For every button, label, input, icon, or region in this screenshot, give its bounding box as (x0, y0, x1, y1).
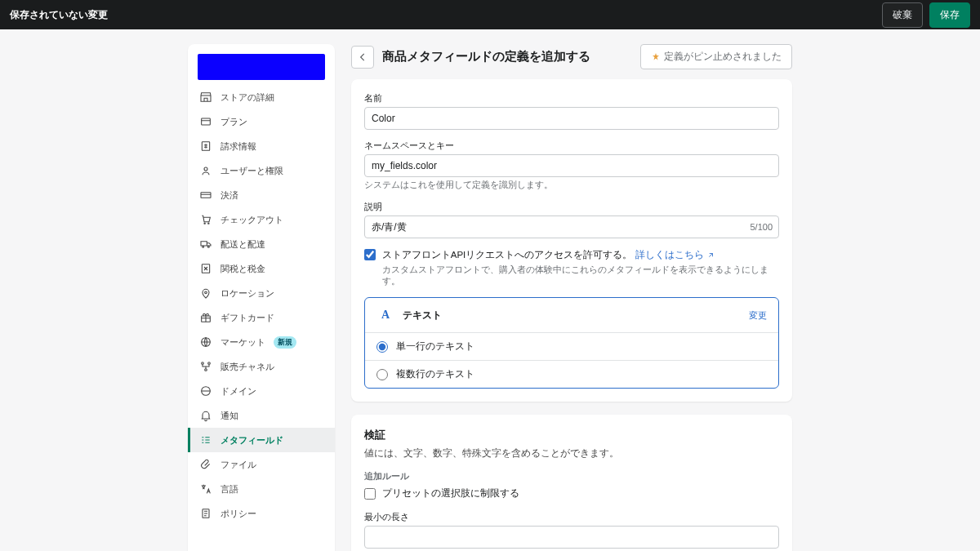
topbar-actions: 破棄 保存 (882, 2, 970, 28)
sidebar-item-notifications[interactable]: 通知 (188, 403, 335, 428)
svg-rect-3 (201, 193, 211, 198)
settings-sidebar: ストアの詳細 プラン 請求情報 ユーザーと権限 決済 チェックアウト 配送と配達 (188, 44, 335, 551)
pin-status-button[interactable]: 定義がピン止めされました (640, 44, 792, 69)
sidebar-item-billing[interactable]: 請求情報 (188, 134, 335, 158)
gift-icon (199, 311, 212, 324)
arrow-left-icon (357, 51, 368, 63)
content-type-box: A テキスト 変更 単一行のテキスト 複数行のテキスト (364, 297, 779, 389)
radio-multi-line[interactable]: 複数行のテキスト (365, 360, 778, 388)
sidebar-item-plan[interactable]: プラン (188, 109, 335, 134)
cart-icon (199, 213, 212, 226)
sidebar-item-label: 言語 (220, 483, 238, 495)
sidebar-item-label: 配送と配達 (220, 238, 265, 251)
definition-card: 名前 ネームスペースとキー システムはこれを使用して定義を識別します。 説明 5… (351, 79, 792, 402)
domain-icon (199, 384, 212, 398)
sidebar-item-locations[interactable]: ロケーション (188, 281, 335, 305)
namespace-input[interactable] (364, 154, 779, 177)
svg-point-14 (205, 369, 207, 371)
change-type-button[interactable]: 変更 (749, 309, 767, 322)
svg-point-5 (208, 223, 209, 224)
sidebar-item-label: 決済 (220, 189, 238, 202)
description-label: 説明 (364, 201, 779, 213)
sidebar-item-label: ストアの詳細 (220, 91, 274, 104)
learn-more-link[interactable]: 詳しくはこちら (635, 249, 715, 260)
new-badge: 新規 (274, 336, 296, 349)
sidebar-item-metafields[interactable]: メタフィールド (188, 428, 335, 452)
bell-icon (199, 409, 212, 422)
validation-desc: 値には、文字、数字、特殊文字を含めることができます。 (364, 447, 779, 460)
policy-icon (199, 507, 212, 520)
radio-multi-label: 複数行のテキスト (396, 368, 474, 380)
sidebar-item-sales-channels[interactable]: 販売チャネル (188, 354, 335, 379)
sidebar-item-label: 販売チャネル (220, 361, 274, 373)
svg-point-9 (205, 291, 207, 294)
sidebar-item-markets[interactable]: マーケット 新規 (188, 330, 335, 354)
payments-icon (199, 189, 212, 202)
sidebar-item-label: ファイル (220, 459, 256, 471)
name-field: 名前 (364, 92, 779, 130)
back-button[interactable] (351, 46, 374, 69)
page: ストアの詳細 プラン 請求情報 ユーザーと権限 決済 チェックアウト 配送と配達 (0, 29, 980, 551)
sidebar-item-policies[interactable]: ポリシー (188, 501, 335, 526)
plan-icon (199, 115, 212, 128)
svg-rect-0 (202, 118, 211, 125)
sidebar-item-taxes[interactable]: 関税と税金 (188, 256, 335, 281)
channels-icon (199, 360, 212, 373)
sidebar-item-label: 関税と税金 (220, 263, 265, 275)
sidebar-item-files[interactable]: ファイル (188, 452, 335, 477)
save-button[interactable]: 保存 (929, 2, 970, 28)
additional-rules-label: 追加ルール (364, 471, 779, 482)
billing-icon (199, 140, 212, 153)
sidebar-item-checkout[interactable]: チェックアウト (188, 207, 335, 232)
storefront-api-label: ストアフロントAPIリクエストへのアクセスを許可する。 (382, 250, 633, 260)
storefront-api-help: カスタムストアフロントで、購入者の体験中にこれらのメタフィールドを表示できるよう… (382, 264, 779, 287)
svg-point-12 (202, 362, 204, 365)
radio-multi-input[interactable] (376, 369, 388, 380)
svg-point-7 (207, 246, 209, 247)
preset-label: プリセットの選択肢に制限する (382, 487, 519, 500)
sidebar-item-giftcards[interactable]: ギフトカード (188, 305, 335, 330)
sidebar-item-payments[interactable]: 決済 (188, 183, 335, 207)
sidebar-item-store-details[interactable]: ストアの詳細 (188, 85, 335, 109)
validation-card: 検証 値には、文字、数字、特殊文字を含めることができます。 追加ルール プリセッ… (351, 415, 792, 551)
store-logo (198, 54, 325, 80)
discard-button[interactable]: 破棄 (882, 2, 923, 28)
description-counter: 5/100 (750, 222, 773, 232)
sidebar-item-shipping[interactable]: 配送と配達 (188, 232, 335, 256)
storefront-api-checkbox[interactable] (364, 249, 376, 260)
page-header: 商品メタフィールドの定義を追加する 定義がピン止めされました (351, 44, 792, 69)
sidebar-item-label: メタフィールド (220, 434, 283, 447)
sidebar-item-label: 請求情報 (220, 140, 256, 153)
radio-single-input[interactable] (376, 341, 388, 353)
preset-checkbox[interactable] (364, 488, 376, 500)
globe-icon (199, 335, 212, 349)
storefront-api-checkbox-row: ストアフロントAPIリクエストへのアクセスを許可する。 詳しくはこちら カスタム… (364, 248, 779, 287)
metafields-icon (199, 433, 212, 447)
name-label: 名前 (364, 92, 779, 104)
min-length-input[interactable] (364, 526, 779, 549)
sidebar-item-label: ギフトカード (220, 312, 274, 324)
min-length-label: 最小の長さ (364, 511, 779, 523)
namespace-field: ネームスペースとキー システムはこれを使用して定義を識別します。 (364, 140, 779, 191)
description-input[interactable] (364, 216, 779, 238)
namespace-help: システムはこれを使用して定義を識別します。 (364, 180, 779, 191)
sidebar-item-label: プラン (220, 116, 247, 128)
location-icon (199, 287, 212, 300)
truck-icon (199, 238, 212, 251)
validation-title: 検証 (364, 428, 779, 442)
svg-point-13 (208, 362, 211, 365)
sidebar-item-domains[interactable]: ドメイン (188, 379, 335, 403)
content-type-name: テキスト (403, 309, 442, 322)
sidebar-item-users[interactable]: ユーザーと権限 (188, 158, 335, 183)
sidebar-item-label: ユーザーと権限 (220, 165, 283, 177)
content-type-header: A テキスト 変更 (365, 298, 778, 332)
svg-point-4 (204, 223, 205, 224)
svg-point-6 (203, 246, 204, 247)
sidebar-item-languages[interactable]: 言語 (188, 477, 335, 501)
external-link-icon (706, 251, 715, 260)
sidebar-item-label: ロケーション (220, 287, 274, 300)
tax-icon (199, 262, 212, 275)
radio-single-line[interactable]: 単一行のテキスト (365, 332, 778, 360)
name-input[interactable] (364, 107, 779, 130)
description-field: 説明 5/100 (364, 201, 779, 238)
